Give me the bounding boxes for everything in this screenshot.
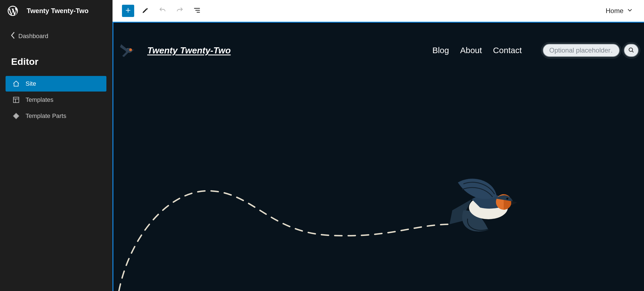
- svg-point-2: [129, 48, 132, 51]
- list-view-icon: [193, 6, 201, 15]
- back-to-dashboard[interactable]: Dashboard: [0, 22, 113, 45]
- search-input[interactable]: [542, 43, 620, 57]
- site-logo-bird-icon[interactable]: [118, 42, 138, 59]
- sidebar-item-label: Templates: [26, 96, 53, 103]
- svg-rect-0: [13, 97, 19, 103]
- undo-icon: [159, 6, 166, 15]
- chevron-left-icon: [11, 32, 16, 41]
- editor-sidebar: Twenty Twenty-Two Dashboard Editor Site …: [0, 0, 113, 291]
- home-icon: [12, 80, 20, 88]
- chevron-down-icon: [627, 7, 633, 15]
- sidebar-nav: Site Templates Template Parts: [0, 76, 113, 124]
- sidebar-item-template-parts[interactable]: Template Parts: [6, 108, 106, 124]
- sidebar-header: Twenty Twenty-Two: [0, 0, 113, 22]
- sidebar-item-label: Site: [26, 80, 36, 87]
- sidebar-title: Editor: [0, 45, 113, 76]
- svg-point-4: [469, 196, 508, 219]
- layout-icon: [12, 96, 20, 104]
- page-header: Twenty Twenty-Two Blog About Contact: [118, 42, 639, 59]
- search-block: [542, 43, 639, 57]
- template-dropdown[interactable]: Home: [606, 7, 633, 15]
- sidebar-item-label: Template Parts: [26, 112, 66, 120]
- nav-link-about[interactable]: About: [460, 46, 482, 55]
- svg-point-3: [629, 48, 633, 51]
- search-button[interactable]: [623, 43, 639, 57]
- diamond-icon: [12, 112, 20, 120]
- back-label: Dashboard: [18, 33, 48, 40]
- page-site-title[interactable]: Twenty Twenty-Two: [147, 45, 231, 56]
- editor-toolbar: Home: [113, 0, 644, 22]
- editor-canvas[interactable]: Twenty Twenty-Two Blog About Contact: [113, 22, 644, 291]
- sidebar-item-site[interactable]: Site: [6, 76, 106, 92]
- site-name[interactable]: Twenty Twenty-Two: [27, 7, 89, 15]
- sidebar-item-templates[interactable]: Templates: [6, 92, 106, 108]
- svg-point-5: [496, 194, 511, 210]
- hero-illustration: [113, 135, 644, 291]
- list-view-button[interactable]: [191, 5, 203, 17]
- toolbar-left: [122, 5, 203, 17]
- nav-link-blog[interactable]: Blog: [432, 46, 449, 55]
- editor-main: Home Twenty Twenty-Two Blog: [113, 0, 644, 291]
- plus-icon: [125, 7, 131, 15]
- pencil-icon: [142, 7, 149, 15]
- redo-icon: [176, 6, 184, 15]
- undo-button[interactable]: [156, 5, 169, 17]
- add-block-button[interactable]: [122, 5, 134, 17]
- wordpress-logo-icon[interactable]: [7, 5, 19, 17]
- template-dropdown-label: Home: [606, 7, 623, 15]
- search-icon: [628, 47, 635, 54]
- page-nav: Blog About Contact: [432, 46, 522, 55]
- redo-button[interactable]: [174, 5, 186, 17]
- nav-link-contact[interactable]: Contact: [493, 46, 522, 55]
- svg-point-6: [506, 198, 508, 200]
- edit-tool-button[interactable]: [139, 5, 151, 17]
